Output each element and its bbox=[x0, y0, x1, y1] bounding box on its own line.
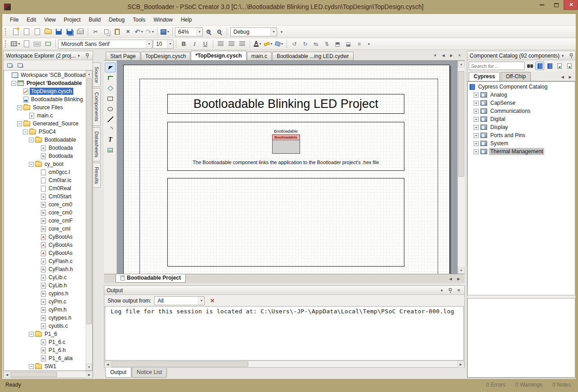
expander-icon[interactable]: − bbox=[17, 121, 22, 126]
align-right-button[interactable] bbox=[237, 39, 247, 49]
zoom-combo[interactable]: 64%▾ bbox=[175, 27, 203, 36]
expand-all-button[interactable] bbox=[5, 61, 14, 69]
document-tab[interactable]: *TopDesign.cysch bbox=[191, 51, 246, 60]
prev-sheet-icon[interactable]: ◀ bbox=[447, 276, 454, 282]
tree-item[interactable]: Workspace 'SCB_Bootloader bbox=[4, 71, 85, 79]
font-combo[interactable]: Microsoft Sans Serif▾ bbox=[58, 40, 152, 49]
expander-icon[interactable]: + bbox=[474, 101, 479, 106]
toolbar-grip[interactable] bbox=[5, 28, 8, 36]
zoom-out-button[interactable]: − bbox=[214, 27, 224, 37]
catalog-item[interactable]: +CapSense bbox=[468, 99, 575, 107]
toolbar-grip[interactable] bbox=[5, 40, 8, 48]
tree-item[interactable]: CyFlash.c bbox=[4, 257, 85, 265]
auto-hide-button[interactable] bbox=[84, 53, 90, 59]
copy-button[interactable] bbox=[101, 27, 112, 37]
font-color-button[interactable]: A▾ bbox=[252, 39, 263, 49]
scroll-left-icon[interactable]: ◀ bbox=[4, 371, 10, 378]
maximize-button[interactable] bbox=[549, 0, 564, 10]
tree-item[interactable]: core_cm0 bbox=[4, 200, 85, 209]
close-panel-icon[interactable] bbox=[456, 287, 462, 294]
zoom-in-button[interactable]: + bbox=[203, 27, 214, 37]
expander-icon[interactable]: − bbox=[29, 162, 34, 167]
menu-file[interactable]: File bbox=[6, 15, 22, 25]
rect-tool[interactable] bbox=[105, 94, 116, 103]
tree-item[interactable]: core_cml bbox=[4, 225, 85, 233]
workspace-explorer-header[interactable]: Workspace Explorer (2 proj... bbox=[4, 51, 93, 60]
catalog-item[interactable]: +Communications bbox=[468, 107, 575, 115]
select-tool[interactable] bbox=[105, 62, 116, 72]
scrollbar-thumb[interactable] bbox=[11, 372, 57, 377]
tree-item[interactable]: −PSoC4 bbox=[4, 128, 85, 136]
show-output-combo[interactable]: All ▾ bbox=[154, 296, 205, 305]
catalog-root[interactable]: Cypress Component Catalog bbox=[468, 83, 575, 91]
flip-horizontal-button[interactable]: ⇆ bbox=[311, 39, 321, 49]
new-file-button[interactable] bbox=[21, 27, 31, 37]
close-document-icon[interactable]: ✕ bbox=[456, 52, 463, 59]
catalog-tab-off-chip[interactable]: Off-Chip bbox=[501, 72, 530, 81]
catalog-tab-cypress[interactable]: Cypress bbox=[469, 72, 500, 81]
document-tab[interactable]: main.c bbox=[247, 52, 272, 60]
align-objects-button[interactable]: ≡ bbox=[354, 39, 364, 49]
expander-icon[interactable]: + bbox=[474, 149, 479, 154]
tree-item[interactable]: cyPm.h bbox=[4, 306, 85, 314]
palette-tab-datasheets[interactable]: Datasheets bbox=[93, 127, 101, 161]
rotate-right-button[interactable]: ↻ bbox=[300, 39, 310, 49]
expander-icon[interactable]: + bbox=[474, 141, 479, 146]
tree-item[interactable]: core_cm0 bbox=[4, 209, 85, 217]
tree-item[interactable]: Cm0Start bbox=[4, 192, 85, 200]
save-button[interactable] bbox=[54, 27, 64, 37]
component-catalog-header[interactable]: Component Catalog (92 components) bbox=[467, 51, 575, 60]
palette-tab-results[interactable]: Results bbox=[93, 163, 101, 188]
tree-item[interactable]: CyBootAs bbox=[4, 249, 85, 257]
scroll-right-icon[interactable]: ▶ bbox=[86, 371, 93, 378]
menu-tools[interactable]: Tools bbox=[129, 15, 149, 25]
scroll-tabs-right-icon[interactable]: ▶ bbox=[448, 52, 455, 59]
scroll-left-icon[interactable]: ◀ bbox=[104, 361, 111, 368]
expander-icon[interactable]: − bbox=[29, 364, 34, 369]
tree-item[interactable]: CyBootAs bbox=[4, 233, 85, 241]
menu-edit[interactable]: Edit bbox=[22, 15, 40, 25]
open-button[interactable] bbox=[43, 27, 53, 37]
tree-item[interactable]: CyLib.c bbox=[4, 273, 85, 281]
tree-item[interactable]: CyLib.h bbox=[4, 281, 85, 290]
tree-item[interactable]: Bootloada bbox=[4, 144, 85, 152]
next-sheet-icon[interactable]: ▶ bbox=[455, 276, 462, 282]
output-log[interactable]: Log file for this session is located at:… bbox=[105, 306, 464, 361]
tree-item[interactable]: −SW1 bbox=[4, 362, 85, 370]
tree-item[interactable]: −Generated_Source bbox=[4, 120, 85, 128]
tree-item[interactable]: Bootloada bbox=[4, 152, 85, 160]
menu-window[interactable]: Window bbox=[149, 15, 177, 25]
tree-item[interactable]: cyPm.c bbox=[4, 298, 85, 306]
workspace-vertical-scrollbar[interactable]: ▲ ▼ bbox=[85, 71, 92, 370]
error-count[interactable]: 0 Errors bbox=[486, 382, 506, 388]
expander-icon[interactable]: + bbox=[474, 109, 479, 114]
palette-tab-source[interactable]: Source bbox=[93, 62, 101, 87]
schematic-page[interactable]: Bootloadable Blinking LED Project Bootlo… bbox=[123, 65, 450, 274]
text-tool[interactable] bbox=[105, 135, 116, 145]
expander-icon[interactable]: − bbox=[23, 129, 28, 134]
note-count[interactable]: 0 Notes bbox=[552, 382, 571, 388]
catalog-item[interactable]: +Thermal Management bbox=[468, 147, 575, 156]
expander-icon[interactable]: − bbox=[29, 138, 34, 143]
filter-toggle-button[interactable] bbox=[535, 62, 544, 70]
canvas-vertical-scrollbar[interactable]: ▲ ▼ bbox=[457, 61, 465, 274]
scrollbar-thumb[interactable] bbox=[86, 78, 92, 324]
scroll-right-icon[interactable]: ▶ bbox=[457, 361, 464, 368]
catalog-item[interactable]: +Digital bbox=[468, 115, 575, 123]
ellipse-tool[interactable] bbox=[105, 104, 116, 114]
tree-item[interactable]: −P1_6 bbox=[4, 330, 85, 338]
tree-item[interactable]: CyBootAs bbox=[4, 241, 85, 249]
wire-label-button[interactable] bbox=[43, 39, 53, 49]
scrollbar-thumb[interactable] bbox=[112, 361, 248, 367]
document-tab[interactable]: TopDesign.cysch bbox=[141, 52, 191, 60]
scroll-tabs-right-icon[interactable]: ▶ bbox=[567, 74, 574, 80]
minimize-button[interactable] bbox=[535, 0, 549, 10]
sheet-tab[interactable]: Bootloadable Project bbox=[116, 274, 186, 283]
new-project-button[interactable] bbox=[10, 27, 21, 37]
diamond-tool[interactable] bbox=[105, 83, 116, 93]
tree-item[interactable]: Cm0Iar.ic bbox=[4, 176, 85, 184]
tree-item[interactable]: CyFlash.h bbox=[4, 265, 85, 273]
display-format-button[interactable] bbox=[32, 39, 42, 49]
warning-count[interactable]: 0 Warnings bbox=[515, 382, 542, 388]
expander-icon[interactable]: − bbox=[11, 81, 16, 86]
